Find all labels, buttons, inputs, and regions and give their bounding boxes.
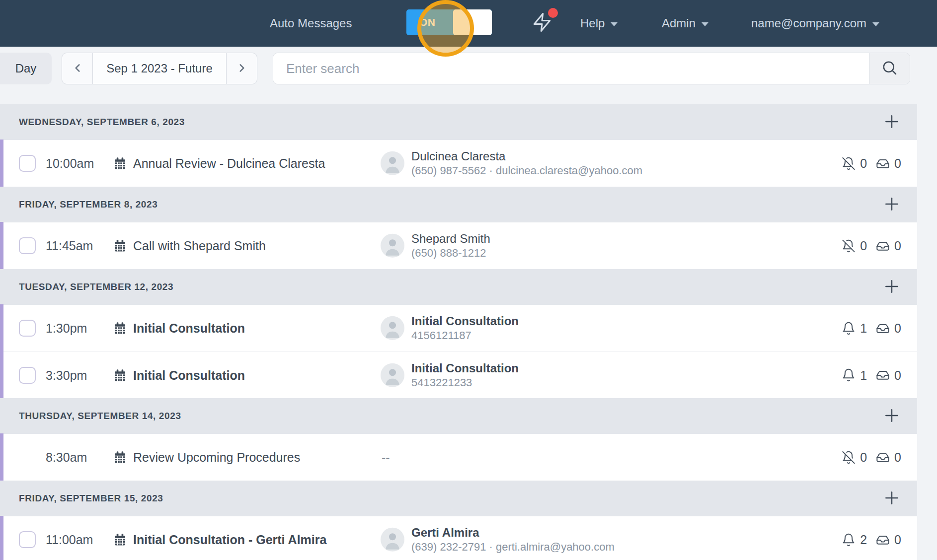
- day-header-label: THURSDAY, SEPTEMBER 14, 2023: [19, 411, 881, 421]
- appointment-time: 11:00am: [46, 533, 93, 547]
- contact-text: Gerti Almira (639) 232-2791 · gerti.almi…: [411, 525, 615, 555]
- contact-block[interactable]: Dulcinea Claresta (650) 987-5562 · dulci…: [381, 149, 642, 178]
- search-input[interactable]: [273, 53, 869, 84]
- contact-block[interactable]: Gerti Almira (639) 232-2791 · gerti.almi…: [381, 525, 615, 555]
- row-checkbox[interactable]: [19, 320, 36, 337]
- day-view-button[interactable]: Day: [0, 53, 52, 84]
- bell-icon: [842, 533, 856, 547]
- notifications-button[interactable]: [532, 0, 552, 47]
- appointment-time: 10:00am: [46, 156, 94, 171]
- day-header: TUESDAY, SEPTEMBER 12, 2023: [0, 269, 917, 305]
- avatar: [381, 363, 404, 387]
- top-navbar: Auto Messages ON Help Admin name@company…: [0, 0, 937, 47]
- appointment-title[interactable]: Call with Shepard Smith: [133, 239, 266, 253]
- contact-block[interactable]: Initial Consultation 4156121187: [381, 314, 519, 343]
- appointment-row[interactable]: 3:30pm Initial Consultation Initial Cons…: [0, 351, 917, 398]
- appointment-time: 3:30pm: [46, 368, 87, 382]
- message-count: 0: [894, 368, 901, 382]
- toolbar: Day Sep 1 2023 - Future: [0, 47, 937, 104]
- appointment-row[interactable]: 10:00am Annual Review - Dulcinea Clarest…: [0, 140, 917, 187]
- contact-block[interactable]: Shepard Smith (650) 888-1212: [381, 231, 490, 261]
- add-appointment-button[interactable]: [881, 406, 902, 426]
- contact-block[interactable]: Initial Consultation 5413221233: [381, 360, 519, 390]
- message-count: 0: [894, 450, 901, 465]
- contact-text: Dulcinea Claresta (650) 987-5562 · dulci…: [411, 149, 642, 178]
- add-appointment-button[interactable]: [881, 277, 902, 297]
- prev-period-button[interactable]: [62, 53, 92, 84]
- reminder-count: 0: [860, 239, 867, 253]
- contact-name: Initial Consultation: [411, 360, 519, 375]
- contact-name: Gerti Almira: [411, 525, 615, 540]
- message-count: 0: [894, 321, 901, 336]
- day-header: WEDNESDAY, SEPTEMBER 6, 2023: [0, 104, 917, 140]
- appointment-title[interactable]: Initial Consultation: [133, 321, 245, 336]
- section-rows: 8:30am Review Upcoming Procedures --: [0, 434, 917, 481]
- add-appointment-button[interactable]: [881, 112, 902, 133]
- reminder-count: 0: [860, 156, 867, 171]
- appointment-row[interactable]: 1:30pm Initial Consultation Initial Cons…: [0, 305, 917, 351]
- search-icon: [881, 59, 899, 78]
- row-checkbox[interactable]: [19, 237, 36, 254]
- status-stripe: [0, 433, 3, 481]
- appointment-title[interactable]: Review Upcoming Procedures: [133, 450, 300, 465]
- next-period-button[interactable]: [227, 53, 257, 84]
- day-header-label: WEDNESDAY, SEPTEMBER 6, 2023: [19, 117, 881, 128]
- account-menu[interactable]: name@company.com: [751, 0, 879, 47]
- add-appointment-button[interactable]: [881, 194, 902, 215]
- admin-menu[interactable]: Admin: [662, 0, 708, 47]
- status-stripe: [0, 222, 3, 269]
- contact-detail: (650) 888-1212: [411, 246, 490, 261]
- appointment-title[interactable]: Initial Consultation - Gerti Almira: [133, 533, 326, 547]
- contact-name: Shepard Smith: [411, 231, 490, 246]
- appointment-row[interactable]: 8:30am Review Upcoming Procedures --: [0, 434, 917, 481]
- contact-name: Initial Consultation: [411, 314, 519, 329]
- row-counters: 0 0: [842, 450, 901, 465]
- day-header-label: TUESDAY, SEPTEMBER 12, 2023: [19, 281, 881, 292]
- auto-messages-toggle[interactable]: ON: [406, 9, 492, 35]
- admin-menu-label: Admin: [662, 16, 696, 30]
- appointment-time: 8:30am: [46, 450, 87, 465]
- appointment-title[interactable]: Initial Consultation: [133, 368, 245, 382]
- status-stripe: [0, 304, 3, 351]
- chevron-down-icon: [872, 22, 879, 26]
- row-counters: 1 0: [842, 321, 901, 336]
- notification-dot: [548, 8, 558, 18]
- contact-text: Shepard Smith (650) 888-1212: [411, 231, 490, 261]
- plus-icon: [884, 196, 900, 213]
- row-counters: 0 0: [842, 156, 901, 171]
- contact-text: Initial Consultation 4156121187: [411, 314, 519, 343]
- date-range-label[interactable]: Sep 1 2023 - Future: [92, 53, 227, 84]
- search-button[interactable]: [869, 53, 910, 84]
- day-section: THURSDAY, SEPTEMBER 14, 2023 8:30am Revi…: [0, 398, 917, 481]
- avatar: [381, 316, 404, 340]
- appointment-time: 11:45am: [46, 239, 93, 253]
- bell-icon: [842, 368, 856, 382]
- contact-detail: 5413221233: [411, 375, 519, 390]
- chevron-down-icon: [611, 22, 618, 26]
- status-stripe: [0, 351, 3, 398]
- plus-icon: [884, 408, 900, 425]
- bell-off-icon: [842, 450, 856, 464]
- contact-detail: (639) 232-2791 · gerti.almira@yahoo.com: [411, 540, 615, 555]
- appointment-row[interactable]: 11:45am Call with Shepard Smith Shepard …: [0, 222, 917, 269]
- bell-icon: [842, 321, 856, 335]
- row-checkbox[interactable]: [19, 155, 36, 172]
- row-checkbox[interactable]: [19, 367, 36, 384]
- section-rows: 1:30pm Initial Consultation Initial Cons…: [0, 305, 917, 398]
- inbox-icon: [876, 450, 890, 464]
- row-checkbox[interactable]: [19, 531, 36, 548]
- reminder-count: 2: [860, 533, 867, 547]
- day-header: FRIDAY, SEPTEMBER 15, 2023: [0, 481, 917, 516]
- appointment-row[interactable]: 11:00am Initial Consultation - Gerti Alm…: [0, 516, 917, 560]
- calendar-icon: [113, 322, 127, 335]
- day-section: FRIDAY, SEPTEMBER 15, 2023 11:00am Initi…: [0, 481, 917, 560]
- section-rows: 11:00am Initial Consultation - Gerti Alm…: [0, 516, 917, 560]
- appointment-title[interactable]: Annual Review - Dulcinea Claresta: [133, 156, 325, 171]
- row-counters: 2 0: [842, 533, 901, 547]
- help-menu[interactable]: Help: [580, 0, 618, 47]
- scheduler-page: Auto Messages ON Help Admin name@company…: [0, 0, 937, 560]
- day-header: THURSDAY, SEPTEMBER 14, 2023: [0, 398, 917, 434]
- add-appointment-button[interactable]: [881, 488, 902, 509]
- inbox-icon: [876, 321, 890, 335]
- calendar-icon: [113, 533, 127, 547]
